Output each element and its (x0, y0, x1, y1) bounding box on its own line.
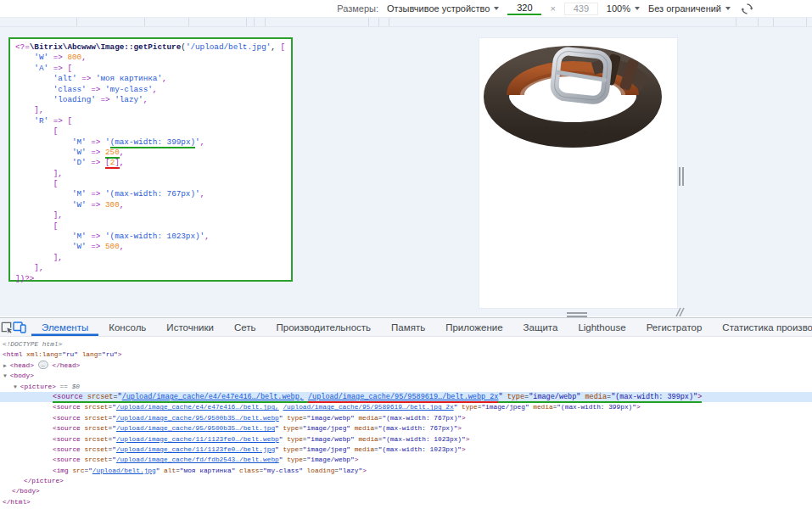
dom-tree-row[interactable]: <source srcset="/upload/image_cache/11/1… (0, 445, 812, 455)
inspect-element-icon[interactable] (0, 318, 13, 336)
dom-tree-row[interactable]: <source srcset="/upload/image_cache/e4/e… (0, 402, 812, 412)
viewport-resize-handle-corner[interactable] (671, 306, 685, 318)
zoom-select[interactable]: 100% (607, 3, 640, 14)
php-code-line: 'class' => 'my-class', (15, 85, 291, 95)
dom-tree-row[interactable]: <source srcset="/upload/image_cache/95/9… (0, 413, 812, 423)
php-code-line: ], (15, 169, 291, 179)
dom-tree-row[interactable]: <source srcset="/upload/image_cache/fd/f… (0, 455, 812, 465)
dom-tree-row[interactable]: </html> (0, 497, 812, 507)
device-toolbar: Размеры: Отзывчивое устройство × 100% Бе… (0, 0, 812, 17)
tab-memory[interactable]: Память (381, 318, 435, 336)
tab-label: Производительность (276, 322, 371, 333)
device-type-select[interactable]: Отзывчивое устройство (387, 3, 499, 14)
chevron-down-icon (635, 7, 640, 10)
tab-label: Источники (166, 322, 214, 333)
viewport-resize-handle-right[interactable] (679, 167, 684, 186)
tab-label: Защита (524, 322, 558, 333)
ruler-divider (389, 18, 389, 26)
php-code-line: 'W' => 500, (15, 242, 291, 252)
device-emulation-stage: <?=\Bitrix\Abcwww\Image::getPicture('/up… (0, 27, 812, 316)
device-viewport[interactable] (479, 38, 677, 308)
tab-label: Приложение (445, 322, 502, 333)
php-code-line: 'M' => '(max-width: 399px)', (15, 137, 291, 148)
php-code-line: [ (15, 126, 291, 137)
php-code-line: [ (15, 179, 291, 189)
ruler-divider (368, 18, 369, 26)
tab-security[interactable]: Защита (513, 318, 568, 336)
ruler-divider (265, 18, 266, 26)
php-code-line: 'W' => 300, (15, 200, 291, 210)
dom-tree-row[interactable]: ▼ <body> (0, 371, 812, 381)
php-code-line: <?=\Bitrix\Abcwww\Image::getPicture('/up… (15, 42, 291, 53)
dom-tree-row[interactable]: ▼ <picture> == $0 (0, 382, 812, 392)
tab-label: Статистика производительности (722, 322, 812, 333)
php-code-line: 'loading' => 'lazy', (15, 95, 291, 105)
tab-console[interactable]: Консоль (98, 318, 156, 336)
ruler-divider (736, 18, 736, 26)
throttling-select[interactable]: Без ограничений (648, 3, 731, 14)
tab-application[interactable]: Приложение (435, 318, 512, 336)
chevron-down-icon (725, 7, 731, 10)
devtools-window: { "colors": { "annotation_green": "#21a1… (0, 0, 812, 509)
php-code-line: ], (15, 253, 291, 263)
tab-label: Lighthouse (578, 322, 625, 333)
tab-lighthouse[interactable]: Lighthouse (568, 318, 636, 336)
ruler-divider (773, 18, 774, 26)
ruler-divider (246, 18, 247, 26)
php-code-line: ], (15, 263, 291, 273)
tab-label: Сеть (234, 322, 256, 333)
tab-label: Память (391, 322, 425, 333)
php-code-line: ], (15, 210, 291, 221)
devtools-tabbar: ЭлементыКонсольИсточникиСетьПроизводител… (0, 318, 812, 337)
belt-product-image (483, 41, 675, 149)
php-code-line: [ (15, 221, 291, 232)
tab-sources[interactable]: Источники (156, 318, 224, 336)
php-code-line: 'W' => 800, (15, 53, 291, 63)
dom-tree-row[interactable]: </body> (0, 486, 812, 496)
dom-tree-row[interactable]: </picture> (0, 476, 812, 486)
php-code-line: ])?> (15, 274, 291, 284)
viewport-height-input[interactable] (564, 3, 598, 15)
php-code-line: ], (15, 105, 291, 115)
dom-tree-row[interactable]: <source srcset="/upload/image_cache/11/1… (0, 434, 812, 445)
ruler-divider (254, 18, 255, 26)
dom-tree-row[interactable]: <html xml:lang="ru" lang="ru"> (0, 350, 812, 360)
php-code-line: 'M' => '(max-width: 767px)', (15, 189, 291, 199)
dimensions-label: Размеры: (337, 3, 378, 14)
dom-tree-row[interactable]: ▶ <head> … </head> (0, 361, 812, 371)
tab-recorder[interactable]: Регистратор (636, 318, 713, 336)
php-code-line: 'D' => [2], (15, 158, 291, 168)
ruler-divider (378, 18, 379, 26)
php-code-line: 'W' => 250, (15, 148, 291, 158)
ruler-divider (76, 18, 77, 26)
php-code-snippet: <?=\Bitrix\Abcwww\Image::getPicture('/up… (8, 37, 293, 282)
dom-tree-row[interactable]: <!DOCTYPE html> (0, 339, 812, 350)
dom-tree-row[interactable]: <source srcset="/upload/image_cache/95/9… (0, 423, 812, 433)
ruler-divider (188, 18, 189, 26)
tab-elements[interactable]: Элементы (31, 318, 98, 336)
php-code-line: 'R' => [ (15, 116, 291, 126)
ruler-divider (144, 18, 145, 26)
dimensions-times-label: × (550, 3, 555, 14)
dom-tree-row[interactable]: <img src="/upload/belt.jpg" alt="моя кар… (0, 466, 812, 476)
tab-network[interactable]: Сеть (224, 318, 266, 336)
dom-tree: <!DOCTYPE html><html xml:lang="ru" lang=… (0, 337, 812, 507)
dom-tree-row[interactable]: <source srcset="/upload/image_cache/e4/e… (0, 392, 812, 402)
tab-label: Консоль (109, 322, 146, 333)
tab-label: Регистратор (647, 322, 703, 333)
tab-performance-stats[interactable]: Статистика производительности (712, 318, 812, 336)
ruler-divider (758, 18, 759, 26)
device-toolbar-icon[interactable] (13, 318, 26, 336)
tab-label: Элементы (42, 322, 88, 333)
ruler-strip (0, 17, 812, 27)
chevron-down-icon (494, 7, 499, 10)
php-code-line: 'M' => '(max-width: 1023px)', (15, 232, 291, 242)
php-code-line: 'alt' => 'моя картинка', (15, 74, 291, 84)
viewport-width-input[interactable] (507, 3, 541, 15)
php-code-line: 'A' => [ (15, 64, 291, 74)
devtools-panel: ЭлементыКонсольИсточникиСетьПроизводител… (0, 317, 812, 509)
ruler-divider (806, 18, 807, 26)
tab-performance[interactable]: Производительность (266, 318, 381, 336)
rotate-icon[interactable] (739, 1, 754, 16)
